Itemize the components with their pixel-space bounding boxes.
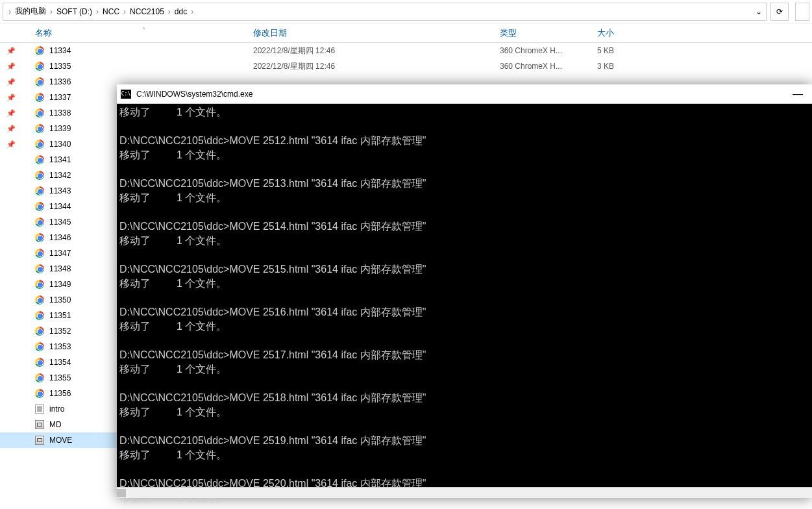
file-name[interactable]: 11334 (47, 46, 253, 55)
file-type: 360 ChromeX H... (500, 62, 597, 71)
search-box[interactable] (795, 3, 809, 21)
chrome-icon (32, 202, 47, 211)
chrome-icon (32, 249, 47, 258)
refresh-button[interactable]: ⟳ (770, 3, 789, 21)
crumb-ncc2105[interactable]: NCC2105 (127, 7, 167, 16)
chrome-icon (32, 389, 47, 398)
pin-icon[interactable]: 📌 (0, 109, 32, 118)
chrome-icon (32, 233, 47, 242)
breadcrumb[interactable]: › 我的电脑 › SOFT (D:) › NCC › NCC2105 › ddc… (3, 3, 767, 21)
file-name[interactable]: 11335 (47, 62, 253, 71)
cmd-title-text: C:\WINDOWS\system32\cmd.exe (136, 90, 787, 99)
chevron-icon: › (122, 7, 127, 16)
file-size: 5 KB (597, 46, 662, 55)
address-bar: › 我的电脑 › SOFT (D:) › NCC › NCC2105 › ddc… (0, 0, 812, 23)
chrome-icon (32, 342, 47, 351)
pin-icon[interactable]: 📌 (0, 62, 32, 71)
column-header-row: 名称ˆ 修改日期 类型 大小 (0, 23, 812, 43)
chevron-icon: › (167, 7, 172, 16)
chrome-icon (32, 171, 47, 180)
column-name[interactable]: 名称ˆ (32, 27, 253, 39)
cmd-icon: C:\ (121, 90, 131, 99)
chrome-icon (32, 295, 47, 304)
bat-icon (32, 436, 47, 445)
chrome-icon (32, 140, 47, 149)
crumb-ddc[interactable]: ddc (172, 7, 190, 16)
minimize-icon[interactable]: — (787, 88, 808, 100)
column-date[interactable]: 修改日期 (253, 27, 500, 39)
chevron-icon: › (190, 7, 195, 16)
cmd-output[interactable]: 移动了 1 个文件。 D:\NCC\NCC2105\ddc>MOVE 2512.… (117, 104, 812, 509)
pin-icon[interactable]: 📌 (0, 125, 32, 133)
history-dropdown-icon[interactable]: ⌄ (756, 7, 762, 16)
chrome-icon (32, 155, 47, 164)
chrome-icon (32, 264, 47, 273)
refresh-icon: ⟳ (776, 7, 783, 16)
chrome-icon (32, 108, 47, 118)
chrome-icon (32, 77, 47, 86)
cmd-window[interactable]: C:\ C:\WINDOWS\system32\cmd.exe — 移动了 1 … (117, 84, 812, 498)
chevron-icon: › (95, 7, 100, 16)
chrome-icon (32, 124, 47, 133)
chrome-icon (32, 93, 47, 102)
chrome-icon (32, 217, 47, 227)
cmd-titlebar[interactable]: C:\ C:\WINDOWS\system32\cmd.exe — (117, 84, 812, 104)
pin-icon[interactable]: 📌 (0, 140, 32, 149)
chrome-icon (32, 358, 47, 367)
file-date: 2022/12/8/星期四 12:46 (253, 61, 500, 72)
crumb-ncc[interactable]: NCC (100, 7, 122, 16)
column-type[interactable]: 类型 (500, 27, 597, 39)
chevron-icon: › (49, 7, 54, 16)
txt-icon (32, 404, 47, 414)
pin-icon[interactable]: 📌 (0, 47, 32, 55)
chrome-icon (32, 62, 47, 71)
chrome-icon (32, 327, 47, 336)
file-row[interactable]: 📌113352022/12/8/星期四 12:46360 ChromeX H..… (0, 58, 812, 74)
file-size: 3 KB (597, 62, 662, 71)
crumb-drive[interactable]: SOFT (D:) (54, 7, 95, 16)
column-size[interactable]: 大小 (597, 27, 662, 39)
pin-icon[interactable]: 📌 (0, 78, 32, 86)
chrome-icon (32, 280, 47, 289)
sort-indicator-icon: ˆ (143, 27, 145, 34)
chrome-icon (32, 311, 47, 320)
cmd-horizontal-scrollbar[interactable] (117, 487, 812, 498)
chrome-icon (32, 186, 47, 195)
chrome-icon (32, 373, 47, 382)
scrollbar-thumb[interactable] (117, 489, 126, 497)
chevron-icon: › (7, 7, 12, 16)
file-row[interactable]: 📌113342022/12/8/星期四 12:46360 ChromeX H..… (0, 43, 812, 58)
crumb-my-computer[interactable]: 我的电脑 (12, 6, 49, 17)
chrome-icon (32, 46, 47, 55)
file-date: 2022/12/8/星期四 12:46 (253, 45, 500, 56)
file-type: 360 ChromeX H... (500, 46, 597, 55)
bat-icon (32, 420, 47, 429)
pin-icon[interactable]: 📌 (0, 93, 32, 102)
